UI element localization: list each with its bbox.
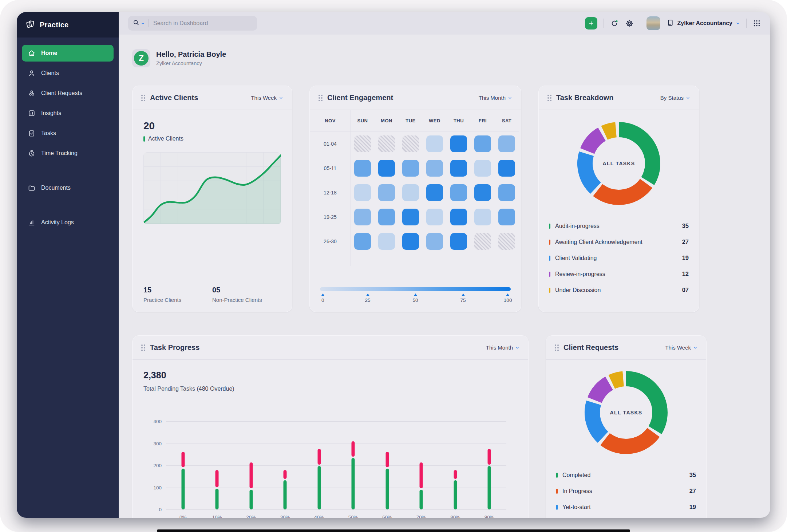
legend-row: Audit-in-progress35 xyxy=(549,222,689,229)
task-progress-card: Task Progress This Month 2,380 xyxy=(132,335,529,518)
heatmap-cell[interactable] xyxy=(378,160,395,177)
overdue-note: (480 Overdue) xyxy=(197,386,234,392)
heatmap-cell[interactable] xyxy=(474,184,491,201)
bar-completed xyxy=(488,466,491,509)
active-clients-filter-dropdown[interactable]: This Week xyxy=(251,95,283,101)
settings-gear-icon[interactable] xyxy=(625,19,634,28)
greeting-title: Hello, Patricia Boyle xyxy=(156,50,226,59)
heatmap-cell[interactable] xyxy=(354,160,371,177)
sidebar-item-home[interactable]: Home xyxy=(22,45,114,62)
sidebar-item-clients[interactable]: Clients xyxy=(22,65,114,82)
drag-handle-icon[interactable] xyxy=(555,344,559,351)
heatmap-cell[interactable] xyxy=(378,135,395,152)
sidebar-nav: HomeClientsClient RequestsInsightsTasksT… xyxy=(17,38,119,241)
active-clients-card: Active Clients This Week 20 xyxy=(132,86,292,312)
heatmap-cell[interactable] xyxy=(450,233,467,250)
bar-overdue xyxy=(284,470,287,479)
heatmap-cell[interactable] xyxy=(402,209,419,225)
sidebar-item-label: Tasks xyxy=(41,130,56,137)
heatmap-cell[interactable] xyxy=(402,135,419,152)
search-input-group[interactable] xyxy=(128,16,257,31)
task-progress-filter-dropdown[interactable]: This Month xyxy=(486,344,519,351)
org-switcher[interactable]: Zylker Accountancy xyxy=(667,19,740,28)
heatmap-cell[interactable] xyxy=(450,135,467,152)
heatmap-cell[interactable] xyxy=(354,135,371,152)
heatmap-cell[interactable] xyxy=(498,209,515,225)
heatmap-cell[interactable] xyxy=(450,184,467,201)
client-requests-filter-dropdown[interactable]: This Week xyxy=(665,344,697,351)
heatmap-cell[interactable] xyxy=(426,160,443,177)
legend-color-marker xyxy=(549,272,550,277)
heatmap-cell[interactable] xyxy=(402,184,419,201)
org-logo: Z xyxy=(132,49,150,67)
sidebar-item-label: Clients xyxy=(41,70,59,76)
task-breakdown-filter-dropdown[interactable]: By Status xyxy=(660,95,690,101)
user-avatar[interactable] xyxy=(646,16,660,30)
heatmap-cell[interactable] xyxy=(498,135,515,152)
engagement-scale: 0255075100 xyxy=(310,279,521,312)
heatmap-cell[interactable] xyxy=(426,209,443,225)
sidebar-item-insights[interactable]: Insights xyxy=(22,105,114,122)
pending-tasks-count: 2,380 xyxy=(143,370,517,381)
legend-value: 19 xyxy=(689,504,696,511)
heatmap-cell[interactable] xyxy=(474,209,491,225)
active-clients-count-label: Active Clients xyxy=(148,135,183,142)
heatmap-cell[interactable] xyxy=(450,209,467,225)
bar-group: 30% xyxy=(268,421,302,509)
app-grid-icon[interactable] xyxy=(753,19,761,27)
search-scope[interactable] xyxy=(133,19,145,28)
notifications-icon[interactable] xyxy=(610,19,619,28)
heatmap-cell[interactable] xyxy=(426,233,443,250)
bar-group: 70% xyxy=(404,421,439,509)
drag-handle-icon[interactable] xyxy=(319,95,323,101)
topbar-divider xyxy=(640,19,640,28)
heatmap-cell[interactable] xyxy=(426,135,443,152)
heatmap-cell[interactable] xyxy=(498,233,515,250)
heatmap-cell[interactable] xyxy=(498,160,515,177)
bar-group: 10% xyxy=(200,421,234,509)
heatmap-cell[interactable] xyxy=(426,184,443,201)
bar-group: 50% xyxy=(336,421,371,509)
sidebar-item-documents[interactable]: Documents xyxy=(22,180,114,196)
drag-handle-icon[interactable] xyxy=(141,95,145,101)
heatmap-cell[interactable] xyxy=(354,233,371,250)
scale-tick: 100 xyxy=(504,293,512,303)
bar-completed xyxy=(317,466,321,509)
heatmap-cell[interactable] xyxy=(474,160,491,177)
sidebar-item-client-requests[interactable]: Client Requests xyxy=(22,85,114,102)
heatmap-cell[interactable] xyxy=(378,233,395,250)
sidebar-item-activity-logs[interactable]: Activity Logs xyxy=(22,214,114,231)
sidebar-item-label: Activity Logs xyxy=(41,219,74,226)
heatmap-cell[interactable] xyxy=(402,160,419,177)
sidebar-item-tasks[interactable]: Tasks xyxy=(22,125,114,142)
heatmap-cell[interactable] xyxy=(474,233,491,250)
heatmap-cell[interactable] xyxy=(354,209,371,225)
heatmap-cell[interactable] xyxy=(402,233,419,250)
legend-row: Awaiting Client Acknowledgement27 xyxy=(549,239,689,245)
add-button[interactable] xyxy=(585,17,597,29)
search-input[interactable] xyxy=(153,20,238,27)
sidebar-item-time-tracking[interactable]: Time Tracking xyxy=(22,145,114,162)
x-axis-tick-label: 0% xyxy=(179,515,187,518)
legend-label: Under Discussion xyxy=(555,287,601,293)
legend-color-marker xyxy=(556,505,558,510)
y-axis-tick-label: 200 xyxy=(143,463,162,468)
org-icon xyxy=(667,19,674,28)
greeting: Z Hello, Patricia Boyle Zylker Accountan… xyxy=(132,49,770,67)
heatmap-cell[interactable] xyxy=(354,184,371,201)
heatmap-cell[interactable] xyxy=(474,135,491,152)
drag-handle-icon[interactable] xyxy=(141,344,145,351)
client-engagement-filter-dropdown[interactable]: This Month xyxy=(479,95,512,101)
drag-handle-icon[interactable] xyxy=(547,95,551,101)
card-title: Task Progress xyxy=(150,343,199,352)
bar-overdue xyxy=(215,470,219,487)
bar-overdue xyxy=(420,462,423,488)
app-window: Practice HomeClientsClient RequestsInsig… xyxy=(17,12,770,518)
heatmap-cell[interactable] xyxy=(450,160,467,177)
heatmap-cell[interactable] xyxy=(378,184,395,201)
heat-gradient-bar xyxy=(320,287,511,291)
x-axis-tick-label: 10% xyxy=(212,515,222,518)
heatmap-cell[interactable] xyxy=(378,209,395,225)
sidebar: Practice HomeClientsClient RequestsInsig… xyxy=(17,12,119,518)
heatmap-cell[interactable] xyxy=(498,184,515,201)
